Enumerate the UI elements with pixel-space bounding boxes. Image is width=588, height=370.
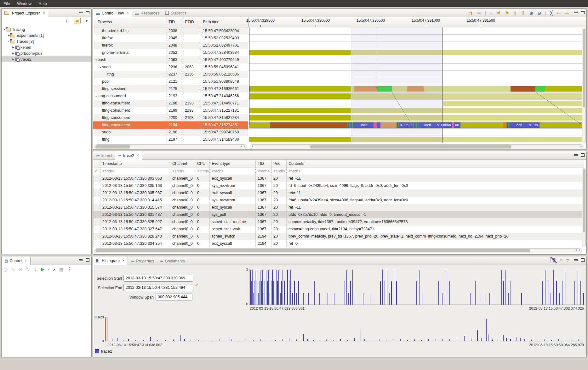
align-views-icon[interactable]: ⇉: [468, 10, 472, 16]
minimize-icon[interactable]: [574, 12, 578, 13]
process-row-2196[interactable]: sudo219615:50:47.399740769: [93, 129, 248, 136]
tab-resources[interactable]: Resources: [132, 9, 162, 17]
state-segment[interactable]: [460, 122, 503, 128]
state-segment-un[interactable]: un: [454, 122, 460, 128]
selection-end-input[interactable]: 2012-03-13 15:50:47.331 152 494: [123, 284, 193, 291]
timeline-chart[interactable]: ioctlsunuioctlsunknounioctlsun: [249, 27, 585, 143]
menu-file[interactable]: File: [0, 0, 14, 7]
process-row-2038[interactable]: thunderbird-bin203815:50:47.503423094: [93, 27, 248, 35]
state-segment[interactable]: [503, 122, 506, 128]
event-row[interactable]: 2012-03-13 15:50:47.330 305 987channel0_…: [93, 189, 584, 197]
process-table-header[interactable]: Process TID PTID Birth time: [93, 17, 248, 27]
expander-icon[interactable]: ▼: [94, 57, 98, 64]
process-row-2193[interactable]: ▼lttng-consumerd219315:50:47.314046266: [93, 92, 248, 100]
hide-arrows-icon[interactable]: ╳: [550, 10, 553, 16]
minimize-icon[interactable]: [79, 259, 83, 261]
events-vscrollbar[interactable]: [582, 168, 586, 247]
column-process[interactable]: Process: [98, 20, 112, 24]
scroll-right-icon[interactable]: ▸: [580, 144, 582, 148]
menu-help[interactable]: Help: [35, 0, 50, 7]
minimize-icon[interactable]: [574, 154, 578, 156]
tab-kernel[interactable]: ≔kernel: [93, 151, 115, 160]
scrollbar-thumb[interactable]: [95, 249, 530, 252]
state-segment[interactable]: [535, 86, 545, 92]
event-row[interactable]: 2012-03-13 15:50:47.330 328 243channel0_…: [93, 233, 584, 240]
tree-item-trace2[interactable]: ▶trace2: [2, 56, 91, 62]
close-icon[interactable]: ✕: [122, 259, 125, 263]
state-segment[interactable]: [545, 86, 585, 92]
minimize-icon[interactable]: [574, 259, 578, 261]
follow-arrow-forward-icon[interactable]: ⇢: [565, 10, 569, 16]
filter-pin-icon[interactable]: ✐: [94, 169, 98, 173]
expander-icon[interactable]: ▼: [3, 28, 6, 31]
state-segment-un[interactable]: un: [532, 122, 539, 128]
pin-selection-icon[interactable]: ✐: [195, 283, 199, 288]
zoom-out-icon[interactable]: ⊖: [537, 10, 541, 16]
tab-control[interactable]: ▤ Control ✕: [2, 256, 31, 265]
zoom-in-icon[interactable]: ⊕: [529, 10, 534, 16]
refresh-icon[interactable]: ↻: [26, 266, 30, 272]
expander-icon[interactable]: ▼: [94, 93, 98, 100]
state-segment[interactable]: [249, 137, 351, 142]
process-row-2197[interactable]: lttng219715:50:47.314589400: [93, 136, 248, 143]
view-menu-icon[interactable]: ▽: [566, 259, 569, 262]
state-segment[interactable]: [506, 122, 510, 128]
maximize-icon[interactable]: [86, 258, 89, 262]
process-row-2198[interactable]: lttng-consumerd2198219315:50:47.31449077…: [93, 100, 248, 107]
process-row-2200[interactable]: lttng-consumerd2200219315:50:47.31582723…: [93, 114, 248, 121]
tab-histogram[interactable]: Histogram✕: [93, 256, 128, 265]
process-table-hscrollbar[interactable]: ◂ ▸: [94, 144, 247, 149]
process-row-2199[interactable]: lttng-consumerd2199219315:50:47.31522718…: [93, 107, 248, 114]
menu-window[interactable]: Window: [14, 0, 35, 7]
close-icon[interactable]: ✕: [25, 259, 27, 263]
expander-icon[interactable]: ▶: [7, 34, 10, 37]
tab-trace2[interactable]: ≔trace2✕: [115, 151, 142, 160]
scroll-left-icon[interactable]: ◂: [240, 144, 242, 148]
minimize-icon[interactable]: [79, 12, 83, 13]
tab-project-explorer[interactable]: Project Explorer ✕: [2, 9, 48, 17]
state-segment[interactable]: [270, 122, 347, 128]
timeline-ruler[interactable]: 15:50:47.32950015:50:47.33000015:50:47.3…: [249, 17, 585, 27]
new-connection-icon[interactable]: ◎: [3, 266, 8, 272]
tree-item-tracing[interactable]: ▼Tracing: [2, 26, 91, 32]
scroll-right-icon[interactable]: ▸: [579, 248, 580, 251]
state-segment[interactable]: [249, 93, 351, 99]
event-row[interactable]: 2012-03-13 15:50:47.330 334 354channel0_…: [93, 240, 584, 247]
move-up-icon[interactable]: ⇧: [513, 10, 517, 16]
tree-item-experiments-1-[interactable]: ▶Experiments [1]: [2, 32, 91, 38]
tab-control-flow[interactable]: Control Flow✕: [93, 9, 132, 17]
expander-icon[interactable]: ▼: [7, 40, 10, 43]
tab-bookmarks[interactable]: ≔Bookmarks: [157, 257, 188, 266]
process-row-2048[interactable]: firefox204815:50:52.032497701: [93, 42, 248, 49]
full-histogram-plot[interactable]: [105, 317, 585, 341]
maximize-icon[interactable]: [581, 11, 585, 14]
snapshot-icon[interactable]: ▦: [59, 266, 64, 272]
state-segment[interactable]: [249, 50, 351, 55]
state-segment[interactable]: [539, 122, 585, 128]
view-menu-icon[interactable]: ⋮: [67, 266, 72, 272]
event-row[interactable]: 2012-03-13 15:50:47.330 325 927channel0_…: [93, 218, 584, 226]
state-segment[interactable]: [511, 86, 535, 92]
scrollbar-thumb[interactable]: [583, 29, 585, 107]
column-ptid[interactable]: PTID: [185, 20, 194, 24]
column-birth-time[interactable]: Birth time: [203, 20, 220, 24]
scrollbar-thumb[interactable]: [95, 145, 130, 149]
event-row[interactable]: 2012-03-13 15:50:47.330 327 647channel0_…: [93, 226, 584, 233]
expander-icon[interactable]: ▼: [99, 64, 102, 71]
close-icon[interactable]: ✕: [126, 11, 129, 15]
hide-lost-events-icon[interactable]: [551, 258, 556, 262]
timeline-hscrollbar[interactable]: ◂ ▸: [250, 144, 584, 149]
event-row[interactable]: 2012-03-13 15:50:47.330 315 574channel0_…: [93, 204, 584, 211]
move-down-icon[interactable]: ⇩: [521, 10, 525, 16]
window-span-input[interactable]: 000.002 985 444: [156, 294, 192, 300]
process-row-2194[interactable]: lttng-consumerd219415:50:47.315274351: [93, 121, 248, 129]
state-segment-ioctl[interactable]: ioctl: [510, 122, 528, 128]
expander-icon[interactable]: ▶: [12, 58, 15, 61]
maximize-icon[interactable]: [86, 11, 89, 14]
event-row[interactable]: 2012-03-13 15:50:47.330 314 415channel0_…: [93, 197, 584, 204]
selection-start-input[interactable]: 2012-03-13 15:50:47.330 320 069: [123, 275, 193, 282]
tab-statistics[interactable]: Statistics: [162, 9, 189, 17]
selection-line[interactable]: [351, 27, 351, 143]
event-row[interactable]: 2012-03-13 15:50:47.330 321 437channel0_…: [93, 211, 584, 218]
reset-time-range-icon[interactable]: ⌂: [490, 11, 493, 16]
